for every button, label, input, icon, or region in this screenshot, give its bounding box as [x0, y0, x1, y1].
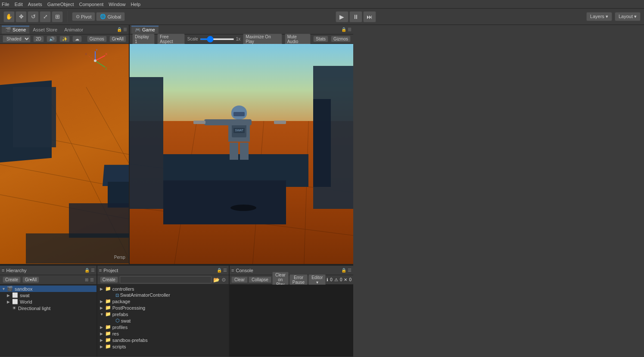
game-viewport[interactable]: SWAT [130, 44, 353, 264]
stats-button[interactable]: Stats [313, 36, 328, 42]
hierarchy-expand-icon[interactable]: ⊞ [85, 277, 88, 282]
shading-dropdown[interactable]: Shaded [3, 35, 31, 43]
hierarchy-lock-icon[interactable]: 🔒 [84, 268, 90, 273]
game-gizmos-button[interactable]: Gizmos [331, 36, 351, 42]
hand-tool[interactable]: ✋ [3, 11, 15, 22]
svg-text:X: X [105, 52, 107, 56]
console-lock-icon[interactable]: 🔒 [341, 268, 346, 273]
game-panel-toolbar: Display 1 Free Aspect Scale 1x Maximize … [130, 34, 353, 44]
project-menu-icon[interactable]: ☰ [223, 268, 227, 273]
collapse-button[interactable]: Collapse [249, 276, 271, 283]
layout-dropdown[interactable]: Layout ▾ [615, 12, 641, 21]
menu-gameobject[interactable]: GameObject [47, 2, 74, 7]
hierarchy-menu-icon[interactable]: ☰ [91, 268, 95, 273]
layers-dropdown[interactable]: Layers ▾ [586, 12, 612, 21]
file-item-swat-prefab[interactable]: ⬡ swat [97, 317, 229, 324]
hierarchy-options-icon[interactable]: ☰ [90, 277, 94, 282]
scene-overlay-btn[interactable]: ☁ [72, 36, 82, 42]
file-item-res[interactable]: ▶ 📁 res [97, 330, 229, 337]
tree-item-sandbox[interactable]: ▼ 🎬 sandbox [0, 286, 96, 292]
svg-line-8 [95, 56, 105, 61]
game-menu-icon[interactable]: ☰ [348, 27, 352, 32]
project-folder-icon[interactable]: 📂 [213, 277, 220, 283]
pivot-button[interactable]: ⊙ Pivot [72, 12, 95, 21]
vfx-button[interactable]: ✨ [59, 36, 70, 42]
project-lock-icon[interactable]: 🔒 [217, 268, 222, 273]
file-item-controllers[interactable]: ▶ 📁 controllers [97, 286, 229, 292]
file-item-sandbox-prefabs[interactable]: ▶ 📁 sandbox-prefabs [97, 337, 229, 343]
swat-arrow: ▶ [7, 293, 12, 298]
console-title: = Console [231, 268, 253, 273]
display-dropdown[interactable]: Display 1 [132, 34, 155, 45]
menu-assets[interactable]: Assets [28, 2, 42, 7]
project-options-icon[interactable]: ⚙ [221, 277, 226, 283]
file-item-postprocessing[interactable]: ▶ 📁 PostProcessing [97, 304, 229, 311]
scene-panel: 🎬 Scene Asset Store Animator 🔒 ☰ [0, 25, 130, 264]
project-title: = Project [99, 268, 118, 273]
project-header: = Project 🔒 ☰ [97, 266, 229, 275]
hierarchy-filter-btn[interactable]: Gr▾All [22, 276, 39, 283]
tree-item-directional-light[interactable]: ☀ Directional light [0, 305, 96, 311]
scene-game-area: 🎬 Scene Asset Store Animator 🔒 ☰ [0, 25, 353, 264]
file-item-profiles[interactable]: ▶ 📁 profiles [97, 324, 229, 330]
project-icon: = [99, 268, 102, 273]
menu-window[interactable]: Window [109, 2, 125, 7]
scene-gizmo[interactable]: X X Z Y [84, 49, 107, 73]
warning-count: 0 [340, 277, 342, 282]
svg-line-21 [304, 121, 308, 264]
menu-file[interactable]: File [2, 2, 9, 7]
mute-audio-button[interactable]: Mute Audio [285, 34, 311, 45]
hierarchy-create-btn[interactable]: Create [3, 276, 21, 283]
tree-item-world[interactable]: ▶ ⬜ World [0, 298, 96, 305]
postprocessing-folder-icon: 📁 [105, 305, 111, 310]
editor-dropdown[interactable]: Editor ▾ [308, 274, 326, 286]
tree-item-swat[interactable]: ▶ ⬜ swat [0, 292, 96, 298]
menu-edit[interactable]: Edit [15, 2, 23, 7]
error-pause-button[interactable]: Error Pause [289, 274, 308, 286]
svg-text:X: X [85, 52, 87, 56]
audio-button[interactable]: 🔊 [47, 36, 57, 42]
bottom-area: = Hierarchy 🔒 ☰ Create Gr▾All ⊞ ☰ [0, 264, 353, 357]
gizmos-button[interactable]: Gizmos [87, 36, 107, 42]
scene-viewport[interactable]: 🧍 📷 ✦ X [0, 44, 129, 264]
console-menu-icon[interactable]: ☰ [348, 268, 352, 273]
play-button[interactable]: ▶ [336, 11, 348, 22]
2d-button[interactable]: 2D [33, 36, 44, 42]
scene-panel-toolbar: Shaded 2D 🔊 ✨ ☁ Gizmos Gr▾All [0, 34, 129, 44]
move-tool[interactable]: ✥ [16, 11, 27, 22]
tab-scene[interactable]: 🎬 Scene [2, 26, 29, 34]
all-layers-button[interactable]: Gr▾All [109, 36, 126, 42]
maximize-on-play[interactable]: Maximize On Play [243, 34, 282, 45]
pause-button[interactable]: ⏸ [349, 11, 362, 22]
file-item-scripts[interactable]: ▶ 📁 scripts [97, 343, 229, 350]
menu-component[interactable]: Component [79, 2, 103, 7]
scale-tool[interactable]: ⤢ [40, 11, 51, 22]
file-item-swat-animator[interactable]: ⊡ SwatAnimatorController [97, 292, 229, 298]
project-end-icons: 🔒 ☰ [217, 268, 227, 273]
file-item-package[interactable]: ▶ 📁 package [97, 298, 229, 304]
rect-tool[interactable]: ⊞ [52, 11, 63, 22]
lock-icon[interactable]: 🔒 [117, 27, 122, 32]
global-button[interactable]: 🌐 Global [96, 12, 125, 21]
scale-slider[interactable] [200, 38, 234, 40]
project-create-btn[interactable]: Create [100, 276, 118, 283]
clear-button[interactable]: Clear [231, 276, 248, 283]
scene-panel-tabs: 🎬 Scene Asset Store Animator 🔒 ☰ [0, 25, 129, 34]
swat-prefab-icon: ⬡ [115, 318, 120, 323]
rotate-tool[interactable]: ↺ [28, 11, 39, 22]
scene-tab-icon: 🎬 [5, 27, 11, 32]
step-button[interactable]: ⏭ [363, 11, 376, 22]
menu-icon[interactable]: ☰ [123, 27, 127, 32]
file-item-prefabs[interactable]: ▼ 📁 prefabs [97, 311, 229, 317]
persp-label: Persp [114, 255, 125, 260]
aspect-dropdown[interactable]: Free Aspect [157, 34, 185, 45]
game-lock-icon[interactable]: 🔒 [341, 27, 346, 32]
menu-help[interactable]: Help [131, 2, 140, 7]
tab-animator[interactable]: Animator [61, 26, 87, 33]
info-icon: ℹ [327, 277, 328, 282]
tab-game[interactable]: 🎮 Game [131, 26, 159, 34]
hierarchy-end-icons: 🔒 ☰ [84, 268, 95, 273]
project-search-input[interactable] [120, 276, 212, 283]
light-icon: ☀ [12, 305, 16, 311]
tab-asset-store[interactable]: Asset Store [29, 26, 61, 33]
